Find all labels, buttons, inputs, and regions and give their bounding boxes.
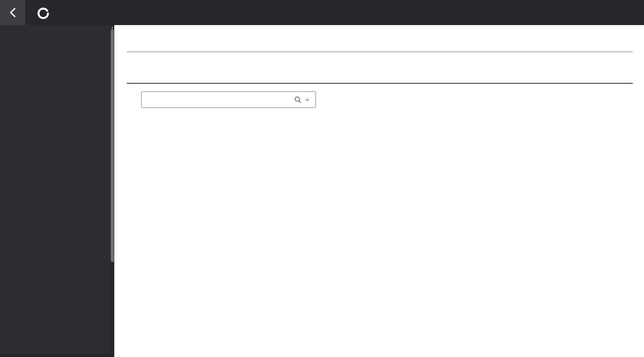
- add-field-row: [127, 91, 633, 108]
- sidebar-scrollbar-thumb[interactable]: [111, 29, 114, 262]
- field-search-combobox: [141, 91, 316, 108]
- scrollbar-up-arrow[interactable]: ▲: [111, 26, 114, 29]
- chevron-down-icon[interactable]: [305, 97, 310, 103]
- sidebar-scrollbar[interactable]: ▲: [110, 25, 114, 357]
- main-content: [114, 25, 644, 357]
- topbar: [0, 0, 644, 25]
- sidebar-bottom-divider: [0, 354, 110, 357]
- field-search-input[interactable]: [142, 96, 294, 103]
- back-button[interactable]: [0, 0, 25, 25]
- chevron-left-icon: [9, 8, 16, 17]
- search-icon: [294, 96, 302, 104]
- table-header-row: [127, 69, 633, 84]
- keyword-fields-table: [127, 69, 633, 108]
- tab-bar: [127, 51, 633, 52]
- sana-logo-icon: [37, 6, 49, 19]
- sana-logo: [37, 6, 52, 19]
- sidebar: ▲: [0, 25, 114, 357]
